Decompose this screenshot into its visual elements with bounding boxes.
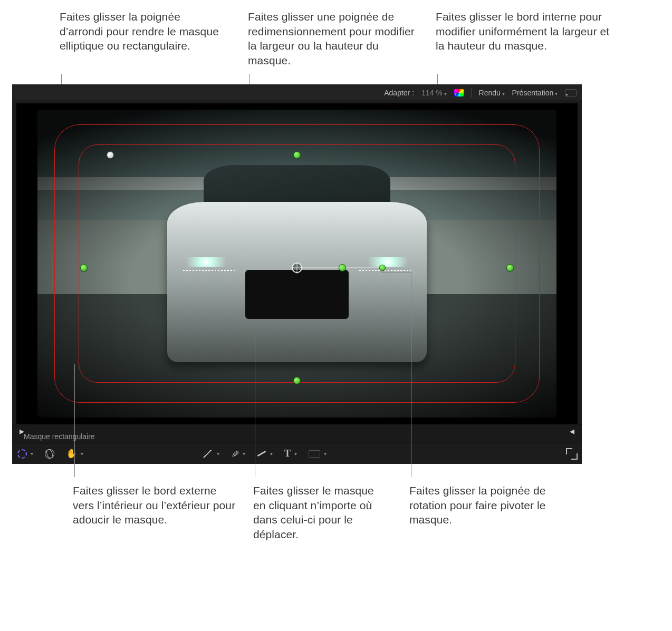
mask-center-anchor[interactable] (292, 263, 302, 273)
globe-icon (44, 448, 56, 460)
text-tool-button[interactable]: T (284, 448, 297, 459)
hand-icon: ✋ (66, 448, 77, 459)
lead-line (255, 335, 255, 477)
brush-tool-button[interactable] (257, 451, 273, 457)
callout-resize-handle: Faites glisser une poignée de redimensio… (248, 9, 417, 68)
out-marker-icon[interactable]: ◂ (570, 425, 574, 437)
text-icon: T (284, 448, 291, 459)
mask-rotation-handle[interactable] (380, 265, 385, 270)
mask-resize-handle-left[interactable] (81, 265, 87, 271)
aspect-dropdown[interactable] (565, 89, 577, 96)
mask-rotation-midpoint[interactable] (339, 265, 345, 271)
colorspace-dropdown[interactable] (454, 89, 464, 96)
mask-roundness-handle[interactable] (107, 152, 113, 158)
mask-name-label: Masque rectangulaire (24, 432, 95, 441)
view-dropdown[interactable]: Présentation (512, 89, 558, 97)
mask-shape-icon (17, 449, 27, 459)
canvas-toolbar: ✋ T (12, 443, 582, 464)
car-headlight-right (359, 257, 416, 267)
pen-tool-button[interactable] (231, 448, 245, 460)
car-headlight-left (178, 257, 235, 267)
rect-tool-button[interactable] (309, 450, 327, 458)
mask-tool-button[interactable] (17, 449, 33, 459)
timeline-strip: ▸ Masque rectangulaire ◂ (12, 424, 582, 443)
expand-icon (567, 449, 577, 459)
pen-icon (231, 448, 239, 460)
3d-transform-button[interactable] (45, 449, 54, 459)
separator (471, 88, 472, 98)
fit-dropdown[interactable]: 114 % (421, 89, 446, 97)
mask-resize-handle-bottom[interactable] (294, 377, 300, 384)
car-led-right (359, 270, 411, 271)
fit-label: Adapter : (384, 89, 414, 97)
canvas[interactable] (16, 103, 578, 424)
callout-outer-edge: Faites glisser le bord externe vers l’in… (73, 483, 236, 527)
render-dropdown[interactable]: Rendu (479, 89, 505, 97)
car-grille (245, 270, 349, 319)
car-led-left (183, 270, 235, 271)
line-icon (201, 450, 213, 458)
lead-line (411, 272, 411, 477)
line-tool-button[interactable] (201, 450, 219, 458)
callout-inner-edge: Faites glisser le bord interne pour modi… (436, 9, 615, 53)
lead-line (381, 272, 411, 273)
callout-round-handle: Faites glisser la poignée d’arrondi pour… (60, 9, 223, 53)
callout-move-mask: Faites glisser le masque en cliquant n’i… (253, 483, 385, 542)
lead-line (74, 364, 75, 477)
callout-rotate-handle: Faites glisser la poignée de rotation po… (409, 483, 583, 527)
fullscreen-button[interactable] (567, 449, 577, 459)
rect-icon (309, 450, 320, 458)
viewer-window: Adapter : 114 % Rendu Présentation (12, 84, 582, 464)
brush-icon (257, 451, 266, 457)
viewer-topbar: Adapter : 114 % Rendu Présentation (12, 84, 582, 101)
mask-resize-handle-top[interactable] (294, 152, 300, 158)
mask-resize-handle-right[interactable] (507, 265, 513, 271)
